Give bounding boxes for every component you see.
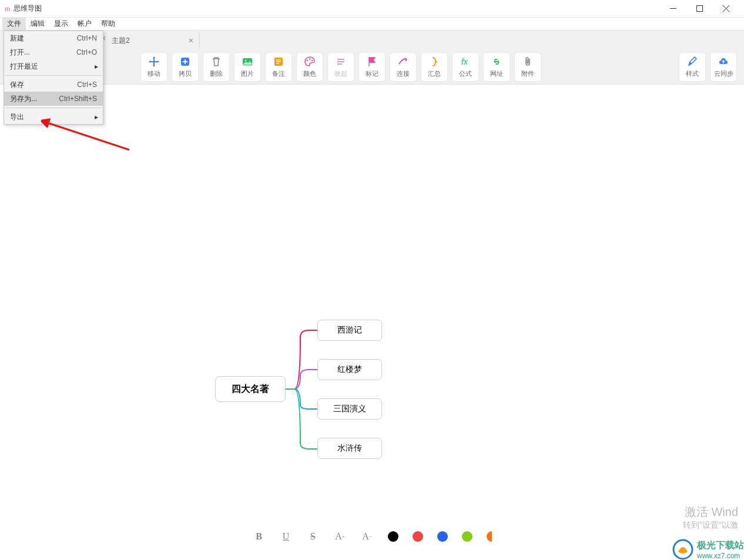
tab-label: 主题2 (112, 36, 130, 46)
bold-button[interactable]: B (253, 530, 266, 543)
move-icon (148, 56, 160, 68)
menu-separator (5, 108, 102, 108)
tool-mark[interactable]: 标记 (358, 52, 386, 82)
tool-move[interactable]: 移动 (140, 52, 167, 82)
close-button[interactable] (713, 0, 739, 18)
logo-icon (672, 539, 693, 560)
menu-bar: 文件 编辑 显示 帐户 帮助 (0, 18, 744, 31)
menu-help[interactable]: 帮助 (96, 18, 120, 30)
site-watermark: 极光下载站www.xz7.com (672, 539, 744, 560)
menu-view[interactable]: 显示 (49, 18, 73, 30)
menu-open[interactable]: 打开...Ctrl+O (4, 45, 103, 59)
svg-line-20 (46, 122, 129, 150)
mindmap-child-node[interactable]: 水浒传 (317, 438, 382, 459)
color-black[interactable] (388, 531, 398, 542)
color-orange[interactable] (487, 531, 492, 542)
tool-cloud[interactable]: 云同步 (710, 52, 737, 82)
connector-lines (286, 320, 321, 461)
menu-separator (5, 75, 102, 76)
tool-copy[interactable]: 拷贝 (172, 52, 199, 82)
collapse-icon (335, 56, 347, 68)
color-blue[interactable] (437, 531, 448, 542)
tool-style[interactable]: 样式 (679, 52, 706, 82)
color-green[interactable] (462, 531, 472, 542)
summary-icon (428, 56, 440, 68)
annotation-arrow (41, 118, 135, 153)
menu-file[interactable]: 文件 (2, 18, 26, 30)
formula-icon: fx (460, 56, 471, 68)
toolbar: 移动 拷贝 删除 图片 备注 颜色 收起 标记 连接 汇总 fx公式 网址 附件… (0, 49, 744, 85)
svg-point-14 (309, 58, 310, 59)
strike-button[interactable]: S (307, 530, 320, 543)
svg-text:fx: fx (461, 57, 468, 66)
image-icon (242, 56, 253, 68)
mindmap-root-node[interactable]: 四大名著 (215, 376, 286, 402)
mindmap-child-node[interactable]: 三国演义 (317, 398, 382, 420)
minimize-button[interactable] (660, 0, 686, 18)
copy-icon (179, 56, 191, 68)
activation-watermark: 激活 Wind 转到"设置"以激 (683, 504, 738, 531)
connect-icon (397, 56, 409, 68)
chevron-right-icon: ▸ (95, 62, 98, 71)
menu-save-as[interactable]: 另存为...Ctrl+Shift+S (4, 92, 103, 106)
tool-attach[interactable]: 附件 (514, 52, 541, 82)
maximize-button[interactable] (686, 0, 713, 18)
svg-point-13 (307, 59, 308, 61)
svg-point-15 (311, 59, 313, 61)
tool-note[interactable]: 备注 (265, 52, 292, 82)
tool-connect[interactable]: 连接 (390, 52, 417, 82)
color-icon (304, 56, 316, 68)
tool-formula[interactable]: fx公式 (452, 52, 479, 82)
tool-collapse[interactable]: 收起 (327, 52, 354, 82)
delete-icon (210, 56, 222, 68)
tool-color[interactable]: 颜色 (296, 52, 323, 82)
file-menu-dropdown: 新建Ctrl+N 打开...Ctrl+O 打开最近▸ 保存Ctrl+S 另存为.… (4, 31, 103, 125)
font-decrease-button[interactable]: A− (361, 530, 374, 543)
font-increase-button[interactable]: A+ (334, 530, 347, 543)
menu-save[interactable]: 保存Ctrl+S (4, 78, 103, 92)
tabs-row: × 主题2 × (0, 31, 744, 49)
app-icon: m (5, 5, 10, 12)
menu-account[interactable]: 帐户 (73, 18, 96, 30)
tool-image[interactable]: 图片 (234, 52, 261, 82)
tab-close-icon[interactable]: × (189, 36, 193, 45)
mindmap-child-node[interactable]: 西游记 (317, 320, 382, 341)
tool-delete[interactable]: 删除 (203, 52, 230, 82)
mindmap-child-node[interactable]: 红楼梦 (317, 359, 382, 380)
tool-summary[interactable]: 汇总 (421, 52, 448, 82)
note-icon (273, 56, 284, 68)
menu-new[interactable]: 新建Ctrl+N (4, 31, 103, 45)
format-bar: B U S A+ A− (0, 525, 744, 548)
link-icon (491, 56, 502, 68)
brush-icon (686, 56, 698, 68)
svg-rect-1 (697, 6, 703, 12)
cloud-icon (718, 56, 729, 68)
underline-button[interactable]: U (280, 530, 293, 543)
flag-icon (366, 56, 378, 68)
tool-url[interactable]: 网址 (483, 52, 510, 82)
title-bar: m 思维导图 (0, 0, 744, 18)
color-red[interactable] (413, 531, 423, 542)
window-title: 思维导图 (14, 4, 660, 14)
svg-point-8 (245, 59, 247, 61)
menu-open-recent[interactable]: 打开最近▸ (4, 59, 103, 73)
menu-edit[interactable]: 编辑 (26, 18, 49, 30)
tab-topic2[interactable]: 主题2 × (106, 32, 200, 49)
paperclip-icon (522, 56, 534, 68)
